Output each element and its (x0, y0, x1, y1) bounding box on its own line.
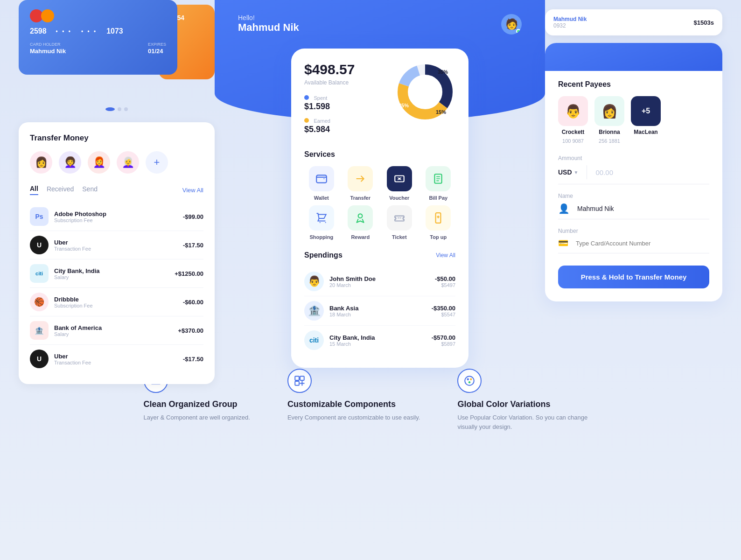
spending-list: 👨 John Smith Doe 20 March -$50.00 $5497 … (304, 267, 455, 355)
txn-icon-photoshop: Ps (30, 207, 49, 226)
reward-label: Reward (351, 234, 370, 240)
payee-card-brionna[interactable]: 👩 Brionna 256 1881 (594, 96, 624, 144)
svg-point-9 (319, 222, 320, 223)
snippet-code: 0932 (553, 22, 587, 29)
txn-icon-uber: U (30, 236, 49, 254)
donut-label-15: 15% (436, 109, 446, 115)
service-transfer[interactable]: Transfer (343, 166, 378, 201)
table-row: U Uber Transaction Fee -$17.50 (30, 345, 203, 373)
txn-name: Uber (54, 239, 177, 246)
spendings-view-all[interactable]: View All (436, 252, 455, 259)
txn-sub: Salary (54, 331, 172, 337)
payee-number-crockett: 100 9087 (562, 138, 584, 144)
spending-name: John Smith Doe (329, 275, 429, 282)
txn-sub: Transaction Fee (54, 246, 177, 252)
avatar-emoji: 🧑 (505, 18, 518, 30)
amount-input[interactable]: 00.00 (595, 168, 613, 176)
card-holder-label: CARD HOLDER (30, 42, 66, 47)
card-expires-label: EXPIRES (148, 42, 166, 47)
card-expires-info: EXPIRES 01/24 (148, 42, 166, 55)
tab-send[interactable]: Send (82, 185, 98, 195)
payee-card-crockett[interactable]: 👨 Crockett 100 9087 (558, 96, 588, 144)
transfer-title: Transfer Money (30, 133, 203, 143)
right-panel-wrapper: Mahmud Nik 0932 $1503s Recent Payees 👨 (545, 0, 722, 301)
txn-info-uber2: Uber Transaction Fee (54, 353, 177, 365)
shopping-icon-box (309, 205, 334, 231)
spendings-title: Spendings (304, 251, 343, 259)
txn-sub: Subscription Fee (54, 303, 177, 308)
svg-point-10 (325, 222, 326, 223)
payee-avatar-brionna: 👩 (594, 96, 624, 126)
donut-label-45: 45% (398, 103, 409, 108)
txn-info-dribbble: Dribbble Subscription Fee (54, 296, 177, 308)
service-voucher[interactable]: Voucher (382, 166, 417, 201)
card-stack: 2598 • • • • • • 1073 CARD HOLDER Mahmud… (19, 0, 215, 93)
mastercard-orange-circle (41, 9, 54, 22)
card-dot-2 (118, 107, 121, 111)
txn-icon-uber-label: U (37, 241, 42, 249)
spending-date: 15 March (329, 341, 426, 347)
press-hold-button[interactable]: Press & Hold to Transfer Money (558, 266, 709, 288)
service-billpay[interactable]: Bill Pay (421, 166, 456, 201)
service-wallet[interactable]: Wallet (304, 166, 339, 201)
shopping-label: Shopping (309, 234, 333, 240)
tab-all[interactable]: All (30, 185, 38, 195)
spending-date: 20 March (329, 282, 429, 288)
spending-amounts-john: -$50.00 $5497 (435, 275, 455, 288)
transfer-section: Transfer Money 👩 👩‍🦱 👩‍🦰 👩‍🦳 + All Recei… (19, 122, 215, 384)
spending-amounts-citybank: -$570.00 $5897 (432, 334, 455, 347)
tab-received[interactable]: Received (47, 185, 74, 195)
payee-card-maclean[interactable]: +5 MacLean (631, 96, 661, 144)
header-user-info: Hello! Mahmud Nik (238, 14, 299, 34)
service-shopping[interactable]: Shopping (304, 205, 339, 240)
topup-icon-box (426, 205, 451, 231)
feature-colors-icon-wrap (457, 369, 482, 393)
earned-stat: Earned $5.984 (304, 116, 355, 134)
main-card: $498.57 Available Balance Spent $1.598 E… (291, 49, 468, 368)
card-dots1: • • • (56, 28, 72, 35)
currency-select[interactable]: USD ▼ (558, 168, 578, 176)
number-label: Number (558, 228, 709, 234)
card-expires-value: 01/24 (148, 48, 166, 55)
divider (587, 165, 587, 179)
card-holder-value: Mahmud Nik (30, 48, 66, 55)
add-payee-button[interactable]: + (146, 151, 168, 174)
service-reward[interactable]: Reward (343, 205, 378, 240)
service-ticket[interactable]: Ticket (382, 205, 417, 240)
txn-icon-bofa-emoji: 🏦 (35, 326, 44, 335)
primary-card: 2598 • • • • • • 1073 CARD HOLDER Mahmud… (19, 0, 177, 75)
table-row: citi City Bank, India Salary +$1250.00 (30, 259, 203, 288)
card-number-input[interactable] (576, 240, 709, 247)
name-value: Mahmud Nik (577, 205, 614, 212)
payee-name-brionna: Brionna (599, 129, 620, 135)
payee-1[interactable]: 👩 (30, 151, 52, 174)
spent-stat: Spent $1.598 (304, 93, 355, 112)
svg-point-22 (468, 381, 470, 383)
feature-organized-title: Clean Organized Group (144, 399, 238, 409)
card-logos (30, 9, 166, 22)
amount-field-group: Ammount USD ▼ 00.00 (558, 155, 709, 184)
page-container: 2598 • • • • • • 1073 CARD HOLDER Mahmud… (0, 0, 741, 560)
txn-amount: -$99.00 (183, 213, 203, 220)
transactions-view-all[interactable]: View All (182, 187, 203, 194)
payee-3[interactable]: 👩‍🦰 (88, 151, 110, 174)
payee-2[interactable]: 👩‍🦱 (59, 151, 81, 174)
txn-info-citybank: City Bank, India Salary (54, 267, 169, 280)
earned-label: Earned (314, 118, 330, 124)
spent-value: $1.598 (304, 102, 355, 112)
txn-amount: -$17.50 (183, 242, 203, 249)
transfer-form-card: Recent Payees 👨 Crockett 100 9087 👩 Brio… (545, 43, 722, 301)
table-row: 🏦 Bank of America Salary +$370.00 (30, 316, 203, 345)
hello-text: Hello! (238, 14, 299, 21)
payee-number-brionna: 256 1881 (599, 138, 620, 144)
spending-sub: $5547 (432, 312, 455, 317)
txn-icon-dribbble-emoji: 🏀 (34, 297, 44, 307)
billpay-label: Bill Pay (429, 195, 447, 201)
txn-sub: Subscription Fee (54, 217, 177, 223)
service-topup[interactable]: Top up (421, 205, 456, 240)
spending-main: -$50.00 (435, 275, 455, 282)
spending-avatar-bankasia: 🏦 (304, 301, 324, 321)
payee-4[interactable]: 👩‍🦳 (117, 151, 139, 174)
snippet-user-info: Mahmud Nik 0932 (553, 16, 587, 29)
name-label: Name (558, 193, 709, 199)
